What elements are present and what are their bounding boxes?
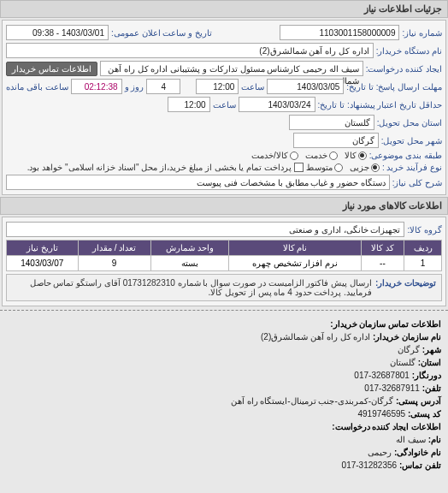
radio-dot-icon — [290, 151, 298, 160]
resp-time-value: 12:00 — [196, 79, 239, 94]
radio-dot-icon — [358, 151, 367, 160]
contact-fax: 32687801-017 — [354, 371, 410, 380]
resp-deadline-label: مهلت ارسال پاسخ: تا تاریخ: — [346, 82, 442, 92]
contact-lname: رحیمی — [368, 448, 392, 457]
buyer-note-label: توضیحات خریدار: — [375, 278, 436, 297]
contact-fax-label: دورنگار: — [412, 371, 441, 380]
radio-service[interactable]: خدمت — [305, 151, 338, 160]
category-label: طبقه بندی موضوعی: — [369, 151, 442, 160]
buyer-contact-button[interactable]: اطلاعات تماس خریدار — [6, 62, 97, 76]
contact-cphone: 31282356-017 — [342, 460, 398, 470]
days-and-label: روز و — [125, 82, 144, 92]
contact-province: گلستان — [390, 358, 416, 367]
radio-medium-label: متوسط — [306, 163, 333, 172]
radio-dot-icon — [371, 163, 380, 172]
announce-label: تاریخ و ساعت اعلان عمومی: — [111, 28, 212, 38]
contact-city-label: شهر: — [422, 345, 441, 354]
valid-time-label: ساعت — [213, 100, 236, 110]
contact-name: سیف اله — [396, 435, 426, 444]
remain-value: 02:12:38 — [71, 79, 122, 94]
goods-table: ردیف کد کالا نام کالا واحد شمارش تعداد /… — [6, 240, 442, 271]
desc-value: دستگاه حضور و غیاب مطابق با مشخصات فنی پ… — [6, 175, 390, 190]
radio-minor-label: جزیی — [350, 163, 369, 172]
procure-label: نوع فرآیند خرید : — [382, 163, 442, 172]
announce-value: 1403/03/01 - 09:38 — [6, 25, 109, 40]
category-radio-group: کالا خدمت کالا/خدمت — [251, 151, 367, 160]
radio-dot-icon — [334, 163, 343, 172]
contact-name-label: نام: — [428, 435, 441, 444]
province-label: استان محل تحویل: — [377, 118, 442, 128]
contact-phone: 32687911-017 — [364, 383, 420, 393]
buyer-note-box: توضیحات خریدار: ارسال پیش فاکتور الزامیس… — [6, 274, 442, 301]
desc-label: شرح کلی نیاز: — [392, 178, 442, 187]
divider — [0, 310, 448, 311]
province-value: گلستان — [289, 115, 374, 130]
contact-addr: گرگان-کمربندی-جنب ترمینال-ایستگاه راه آه… — [231, 396, 393, 406]
col-unit: واحد شمارش — [150, 241, 229, 256]
resp-days-value: 4 — [146, 79, 180, 94]
radio-both[interactable]: کالا/خدمت — [251, 151, 298, 160]
radio-goods[interactable]: کالا — [345, 151, 367, 160]
valid-until-label: حداقل تاریخ اعتبار پیشنهاد: تا تاریخ: — [318, 100, 442, 110]
buyer-note-text: ارسال پیش فاکتور الزامیست در صورت سوال ب… — [12, 278, 372, 297]
radio-minor[interactable]: جزیی — [350, 163, 380, 172]
contact-org-label: نام سازمان خریدار: — [373, 332, 441, 342]
procure-radio-group: جزیی متوسط — [306, 163, 380, 172]
contact-city: گرگان — [398, 345, 420, 354]
col-row: ردیف — [404, 241, 442, 256]
need-no-label: شماره نیاز: — [402, 28, 442, 38]
valid-time-value: 12:00 — [168, 97, 210, 112]
cell-qty: 9 — [78, 256, 150, 271]
cell-date: 1403/03/07 — [7, 256, 79, 271]
cell-unit: بسته — [150, 256, 229, 271]
contact-zip: 4919746595 — [357, 409, 405, 419]
creator-label: ایجاد کننده درخواست: — [366, 64, 442, 74]
contact-lname-label: نام خانوادگی: — [394, 448, 441, 457]
city-label: شهر محل تحویل: — [381, 136, 442, 146]
radio-dot-icon — [329, 151, 338, 160]
cell-row: 1 — [404, 256, 442, 271]
contact-addr-label: آدرس پستی: — [396, 396, 441, 406]
page-title: جزئیات اطلاعات نیاز — [0, 0, 448, 18]
radio-medium[interactable]: متوسط — [306, 163, 343, 172]
contact-title2: اطلاعات ایجاد کننده درخواست: — [332, 422, 441, 431]
cell-name: نرم افزار تشخیص چهره — [229, 256, 361, 271]
col-name: نام کالا — [229, 241, 361, 256]
goods-group-value: تجهیزات خانگی، اداری و صنعتی — [6, 222, 404, 237]
cell-code: -- — [361, 256, 404, 271]
proc-note-label: پرداخت تمام یا بخشی از مبلغ خرید،از محل … — [27, 163, 292, 172]
contact-org: اداره کل راه آهن شمالشرق(2) — [261, 332, 370, 342]
contact-province-label: استان: — [418, 358, 441, 367]
resp-date-value: 1403/03/05 — [267, 79, 344, 94]
radio-goods-label: کالا — [345, 151, 357, 160]
valid-date-value: 1403/03/24 — [239, 97, 315, 112]
col-qty: تعداد / مقدار — [78, 241, 150, 256]
resp-time-label: ساعت — [241, 82, 264, 92]
goods-section-title: اطلاعات کالاهای مورد نیاز — [0, 197, 448, 215]
table-header-row: ردیف کد کالا نام کالا واحد شمارش تعداد /… — [7, 241, 442, 256]
contact-title1: اطلاعات تماس سازمان خریدار: — [330, 319, 441, 329]
buyer-org-label: نام دستگاه خریدار: — [376, 46, 442, 56]
radio-service-label: خدمت — [305, 151, 327, 160]
col-date: تاریخ نیاز — [7, 241, 79, 256]
col-code: کد کالا — [361, 241, 404, 256]
table-row[interactable]: 1 -- نرم افزار تشخیص چهره بسته 9 1403/03… — [7, 256, 442, 271]
city-value: گرگان — [293, 133, 379, 148]
treasury-checkbox[interactable] — [294, 163, 304, 172]
radio-both-label: کالا/خدمت — [251, 151, 288, 160]
buyer-org-value: اداره کل راه آهن شمالشرق(2) — [6, 43, 374, 58]
goods-group-label: گروه کالا: — [407, 225, 442, 235]
contact-block: اطلاعات تماس سازمان خریدار: نام سازمان خ… — [0, 314, 448, 475]
need-no-value: 1103001158000009 — [280, 25, 399, 40]
contact-cphone-label: تلفن تماس: — [399, 460, 441, 470]
main-info-panel: شماره نیاز: 1103001158000009 تاریخ و ساع… — [2, 20, 446, 195]
creator-value: سیف اله رحیمی کارشناس مسئول تدارکات و پش… — [100, 61, 363, 76]
contact-phone-label: تلفن: — [422, 383, 441, 393]
goods-panel: گروه کالا: تجهیزات خانگی، اداری و صنعتی … — [2, 217, 446, 306]
contact-zip-label: کد پستی: — [408, 409, 441, 419]
remain-label: ساعت باقی مانده — [6, 82, 68, 92]
